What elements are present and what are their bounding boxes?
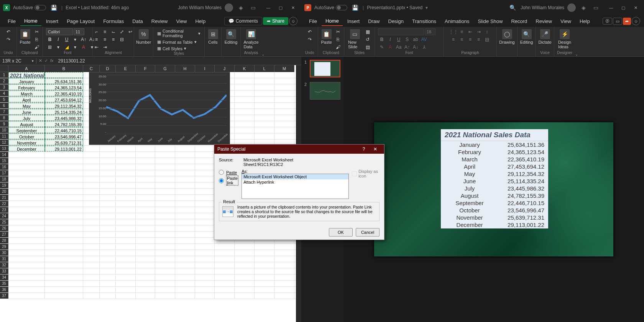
- cut-icon[interactable]: ✂: [334, 28, 342, 35]
- col-header[interactable]: K: [235, 65, 255, 72]
- slide[interactable]: 2021 National Sales Data January25,634,1…: [374, 122, 613, 256]
- save-icon[interactable]: 💾: [49, 3, 58, 12]
- size-select[interactable]: 11: [74, 28, 84, 35]
- feedback-icon[interactable]: ☺: [632, 17, 640, 25]
- share-button[interactable]: ➦: [623, 18, 631, 25]
- maximize-btn[interactable]: ▢: [618, 4, 629, 12]
- fx-icon[interactable]: fx: [50, 58, 54, 63]
- enter-icon[interactable]: ✓: [44, 58, 48, 63]
- as-listbox[interactable]: Microsoft Excel Worksheet Object Attach …: [242, 174, 349, 199]
- tab-transitions[interactable]: Transitions: [408, 17, 440, 26]
- autosave-toggle[interactable]: AutoSave: [13, 5, 46, 10]
- undo-icon[interactable]: ↶: [306, 28, 314, 35]
- reset-icon[interactable]: ↺: [364, 36, 371, 43]
- bold-icon[interactable]: B: [46, 36, 54, 43]
- tab-pagelayout[interactable]: Page Layout: [63, 17, 99, 26]
- col-header[interactable]: I: [195, 65, 215, 72]
- editing-button[interactable]: 🔍Editing: [224, 28, 238, 45]
- close-btn[interactable]: ✕: [288, 4, 298, 12]
- tab-design[interactable]: Design: [384, 17, 407, 26]
- align-top-icon[interactable]: ⌐: [93, 28, 100, 35]
- outdent-icon[interactable]: ⇤: [93, 44, 100, 51]
- indent-icon[interactable]: ⇥: [101, 44, 109, 51]
- help-button[interactable]: ?: [358, 146, 370, 152]
- underline-icon[interactable]: U: [63, 36, 71, 43]
- copy-icon[interactable]: ⎘: [334, 36, 342, 43]
- layout-icon[interactable]: ▦: [364, 28, 371, 35]
- select-all-corner[interactable]: [0, 65, 8, 72]
- align-left-icon[interactable]: ≡: [93, 36, 100, 43]
- drawing-button[interactable]: ◯Drawing: [498, 28, 515, 45]
- slide-thumb-1[interactable]: [310, 60, 340, 77]
- undo-icon[interactable]: ↶: [5, 28, 12, 35]
- search-icon[interactable]: 🔍: [508, 3, 518, 12]
- italic-icon[interactable]: I: [54, 36, 62, 43]
- ribbon-collapse-icon[interactable]: ⌄: [575, 52, 581, 56]
- col-header[interactable]: H: [175, 65, 195, 72]
- tab-home[interactable]: Home: [20, 16, 41, 26]
- cancel-icon[interactable]: ✕: [39, 58, 42, 63]
- number-format-button[interactable]: %Number: [135, 28, 152, 45]
- cell-styles-button[interactable]: ▦ Cell Styles ▾: [156, 46, 187, 51]
- design-ideas-button[interactable]: ⚡Design Ideas: [557, 28, 572, 50]
- tab-review[interactable]: Review: [532, 17, 556, 26]
- size-select[interactable]: 18: [425, 28, 435, 35]
- paste-button[interactable]: 📋Paste: [320, 28, 332, 45]
- paste-radio[interactable]: Paste: [219, 170, 238, 175]
- grow-font-icon[interactable]: A↑: [80, 36, 87, 43]
- editing-button[interactable]: 🔍Editing: [519, 28, 534, 45]
- font-select[interactable]: Calibri: [46, 28, 73, 35]
- present-icon[interactable]: ▭: [613, 18, 622, 25]
- tab-help[interactable]: Help: [576, 17, 594, 26]
- slide-thumb-2[interactable]: [310, 82, 340, 100]
- tray-icon[interactable]: ▭: [248, 3, 258, 12]
- diamond-icon[interactable]: ◈: [579, 3, 588, 12]
- name-box[interactable]: 13R x 2C▾: [0, 58, 36, 64]
- col-header[interactable]: F: [136, 65, 155, 72]
- paste-button[interactable]: 📋Paste: [19, 28, 31, 45]
- dictate-button[interactable]: 🎤Dictate: [537, 28, 552, 45]
- col-header[interactable]: J: [215, 65, 235, 72]
- format-painter-icon[interactable]: 🖌: [33, 44, 41, 51]
- ok-button[interactable]: OK: [329, 228, 353, 237]
- doc-title[interactable]: Excel • Last Modified: 46m ago: [66, 5, 129, 10]
- doc-title[interactable]: Presentation1.pptx • Saved: [367, 5, 422, 10]
- orientation-icon[interactable]: ⤢: [118, 28, 126, 35]
- close-btn[interactable]: ✕: [630, 4, 641, 12]
- col-header[interactable]: G: [155, 65, 175, 72]
- redo-icon[interactable]: ↷: [306, 36, 314, 43]
- tab-record[interactable]: Record: [507, 17, 531, 26]
- col-header[interactable]: C: [83, 65, 100, 72]
- analyze-button[interactable]: 📊Analyze Data: [243, 28, 259, 50]
- slide-canvas[interactable]: 2021 National Sales Data January25,634,1…: [343, 57, 644, 322]
- close-button[interactable]: ✕: [370, 146, 381, 152]
- paste-link-radio[interactable]: Paste link: [219, 176, 238, 186]
- minimize-btn[interactable]: —: [263, 4, 274, 12]
- cond-format-button[interactable]: ▦ Conditional Formatting ▾: [156, 28, 201, 38]
- font-color-icon[interactable]: A: [80, 44, 87, 51]
- maximize-btn[interactable]: ▢: [275, 4, 286, 12]
- fill-color-icon[interactable]: ◢: [63, 44, 71, 51]
- formula-input[interactable]: 29113001.22: [56, 58, 301, 64]
- tab-slideshow[interactable]: Slide Show: [474, 17, 506, 26]
- format-table-button[interactable]: ▦ Format as Table ▾: [156, 39, 197, 45]
- autosave-toggle[interactable]: AutoSave: [314, 5, 347, 10]
- embedded-chart[interactable]: MILLIONS 35.0030.0025.0020.0015.0010.005…: [89, 72, 230, 145]
- col-header[interactable]: M: [274, 65, 294, 72]
- col-header[interactable]: B: [45, 65, 83, 72]
- diamond-icon[interactable]: ◈: [236, 3, 245, 12]
- avatar[interactable]: [225, 3, 233, 12]
- tab-file[interactable]: File: [4, 17, 20, 26]
- col-header[interactable]: D: [100, 65, 116, 72]
- redo-icon[interactable]: ↷: [5, 36, 12, 43]
- comments-button[interactable]: 💬 Comments: [224, 17, 262, 25]
- user-name[interactable]: John William Morales: [521, 5, 564, 10]
- user-name[interactable]: John William Morales: [178, 5, 222, 10]
- linked-table[interactable]: 2021 National Sales Data January25,634,1…: [441, 129, 548, 228]
- tab-insert[interactable]: Insert: [343, 17, 364, 26]
- cancel-button[interactable]: Cancel: [356, 228, 380, 237]
- cells-button[interactable]: ⊞Cells: [207, 28, 219, 45]
- new-slide-button[interactable]: ▭New Slide: [347, 28, 362, 50]
- tab-file[interactable]: File: [305, 17, 321, 26]
- tab-draw[interactable]: Draw: [364, 17, 383, 26]
